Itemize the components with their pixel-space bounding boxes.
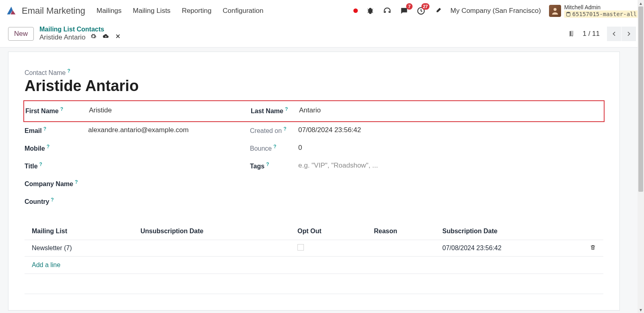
last-name-field[interactable]: Antario: [299, 106, 448, 114]
email-field[interactable]: alexandre.antario@example.com: [88, 126, 238, 134]
name-fields-highlight: First Name? Aristide Last Name? Antario: [23, 100, 605, 122]
activities-badge: 27: [421, 3, 429, 10]
app-logo-icon[interactable]: [6, 5, 17, 17]
help-icon[interactable]: ?: [75, 179, 78, 185]
email-label: Email: [25, 128, 42, 135]
th-subscription-date: Subscription Date: [442, 228, 580, 235]
help-icon[interactable]: ?: [60, 106, 63, 112]
table-row[interactable]: Newsletter (7) 07/08/2024 23:56:42: [25, 240, 603, 257]
help-icon[interactable]: ?: [283, 126, 286, 132]
app-title[interactable]: Email Marketing: [22, 6, 85, 16]
help-icon[interactable]: ?: [285, 106, 288, 112]
topbar: Email Marketing Mailings Mailing Lists R…: [0, 0, 644, 22]
vertical-scrollbar[interactable]: ▲ ▼: [638, 0, 644, 313]
country-label: Country: [25, 199, 49, 205]
control-bar: New Mailing List Contacts Aristide Antar…: [0, 22, 644, 47]
cell-subscription-date[interactable]: 07/08/2024 23:56:42: [442, 245, 580, 252]
help-icon[interactable]: ?: [47, 144, 50, 149]
menu-mailing-lists[interactable]: Mailing Lists: [133, 7, 171, 15]
cell-opt-out[interactable]: [297, 244, 374, 252]
svg-point-1: [553, 8, 556, 10]
contact-name-field[interactable]: Aristide Antario: [25, 77, 603, 95]
company-name-label: Company Name: [25, 181, 73, 188]
support-icon[interactable]: [383, 6, 392, 15]
help-icon[interactable]: ?: [39, 162, 42, 167]
last-name-label: Last Name: [251, 108, 283, 115]
mobile-label: Mobile: [25, 145, 45, 152]
messages-icon[interactable]: 7: [400, 6, 409, 15]
company-selector[interactable]: My Company (San Francisco): [450, 7, 541, 15]
user-name: Mitchell Admin: [564, 4, 638, 10]
table-header: Mailing List Unsubscription Date Opt Out…: [25, 223, 603, 240]
breadcrumb-parent[interactable]: Mailing List Contacts: [39, 26, 121, 33]
bounce-field[interactable]: 0: [298, 144, 447, 152]
help-icon[interactable]: ?: [273, 144, 276, 149]
tags-label: Tags: [250, 163, 264, 170]
pager-text[interactable]: 1 / 11: [582, 30, 600, 38]
avatar: [549, 5, 561, 17]
pager-next-button[interactable]: [621, 27, 636, 41]
th-mailing-list: Mailing List: [32, 228, 140, 235]
form-sheet: Contact Name? Aristide Antario First Nam…: [8, 52, 620, 311]
messages-badge: 7: [406, 3, 413, 10]
tools-icon[interactable]: [433, 6, 442, 15]
bug-icon[interactable]: [366, 6, 375, 15]
discard-icon[interactable]: [115, 33, 121, 41]
menu-reporting[interactable]: Reporting: [182, 7, 212, 15]
scroll-down-icon[interactable]: ▼: [638, 307, 644, 313]
help-icon[interactable]: ?: [67, 68, 70, 74]
th-reason: Reason: [374, 228, 442, 235]
database-name: 65157015-master-all: [564, 10, 638, 18]
pager-prev-button[interactable]: [607, 27, 621, 41]
created-on-label: Created on: [250, 128, 282, 135]
topbar-right: 7 27 My Company (San Francisco) Mitchell…: [353, 4, 638, 18]
cell-mailing-list[interactable]: Newsletter (7): [32, 245, 140, 252]
svg-point-2: [566, 12, 570, 13]
help-icon[interactable]: ?: [266, 162, 269, 167]
first-name-label: First Name: [25, 108, 59, 115]
th-unsubscription-date: Unsubscription Date: [140, 228, 297, 235]
breadcrumb-current: Aristide Antario: [39, 33, 85, 41]
help-icon[interactable]: ?: [51, 197, 54, 203]
opt-out-checkbox[interactable]: [297, 244, 304, 251]
menu-mailings[interactable]: Mailings: [97, 7, 122, 15]
scrollbar-thumb[interactable]: [638, 6, 643, 192]
menu-configuration[interactable]: Configuration: [223, 7, 263, 15]
scroll-up-icon[interactable]: ▲: [638, 0, 644, 6]
bounce-label: Bounce: [250, 145, 272, 152]
th-opt-out: Opt Out: [297, 228, 374, 235]
bookmark-icon[interactable]: [568, 29, 575, 38]
tags-field[interactable]: e.g. "VIP", "Roadshow", ...: [298, 162, 447, 170]
help-icon[interactable]: ?: [43, 126, 46, 132]
subscriptions-table: Mailing List Unsubscription Date Opt Out…: [25, 223, 603, 294]
contact-name-label: Contact Name: [25, 69, 66, 76]
title-label: Title: [25, 163, 38, 170]
activities-icon[interactable]: 27: [417, 6, 425, 15]
created-on-field: 07/08/2024 23:56:42: [298, 126, 447, 134]
gear-icon[interactable]: [90, 33, 97, 41]
add-line-button[interactable]: Add a line: [25, 257, 603, 274]
new-button[interactable]: New: [8, 27, 34, 41]
first-name-field[interactable]: Aristide: [89, 106, 239, 114]
row-delete-button[interactable]: [580, 244, 596, 252]
recording-indicator-icon[interactable]: [353, 8, 358, 13]
main-menu: Mailings Mailing Lists Reporting Configu…: [97, 7, 264, 15]
cloud-upload-icon[interactable]: [102, 33, 109, 41]
user-menu[interactable]: Mitchell Admin 65157015-master-all: [549, 4, 638, 18]
form-sheet-wrap: Contact Name? Aristide Antario First Nam…: [0, 47, 644, 313]
